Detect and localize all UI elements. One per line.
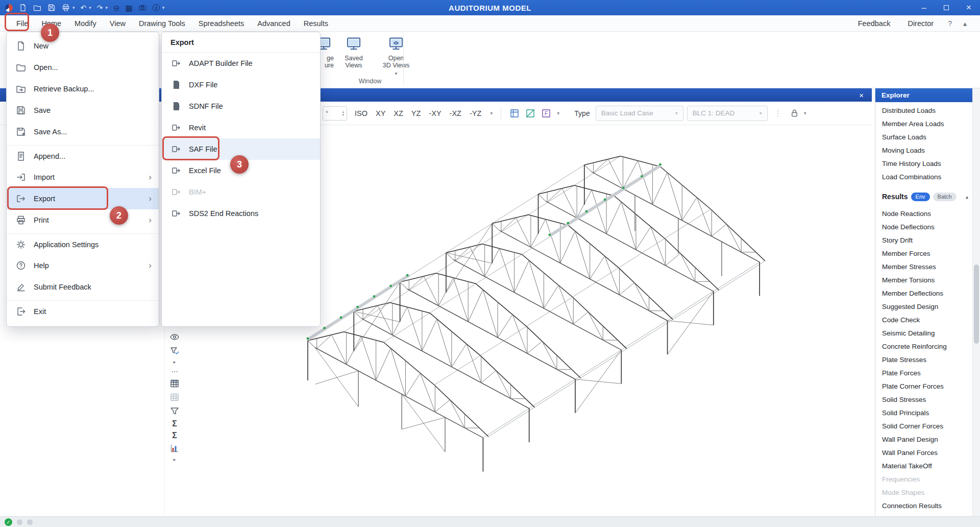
saved-views-button[interactable]: Saved Views (336, 34, 372, 69)
minimize-button[interactable]: ─ (913, 0, 935, 15)
camera-icon[interactable] (138, 4, 147, 12)
view-button[interactable]: ISO (351, 106, 372, 121)
display-options-3-icon[interactable]: F (540, 107, 552, 119)
file-menu-item[interactable]: Application Settings › (7, 233, 159, 255)
batch-toggle[interactable]: Batch (933, 193, 957, 201)
blc-select[interactable]: BLC 1: DEAD ▾ (687, 106, 768, 121)
save-icon[interactable] (47, 4, 56, 12)
maximize-button[interactable] (935, 0, 958, 15)
ribbon-collapse-icon[interactable]: ▴ (960, 19, 970, 28)
explorer-result-item[interactable]: Solid Principals (875, 406, 972, 420)
app-logo-icon[interactable] (5, 4, 13, 12)
redo-caret-icon[interactable]: ▾ (106, 5, 108, 10)
open-3d-views-button[interactable]: Open 3D Views ▾ (376, 34, 416, 76)
view-button[interactable]: -XY (425, 106, 445, 121)
feedback-menu-item[interactable]: Feedback (852, 17, 897, 30)
file-menu-item[interactable]: Save As... › (7, 121, 159, 142)
views-caret-icon[interactable]: ▾ (489, 110, 494, 116)
scrollbar-thumb[interactable] (974, 265, 979, 344)
export-submenu-item[interactable]: SDNF SDNF File (162, 95, 320, 117)
quickbar-caret-icon[interactable]: ▾ (162, 5, 165, 10)
explorer-result-item[interactable]: Solid Corner Forces (875, 420, 972, 433)
explorer-item[interactable]: Distributed Loads (875, 104, 972, 117)
explorer-result-item[interactable]: Plate Corner Forces (875, 380, 972, 393)
export-submenu-item[interactable]: SDS2 End Reactions (162, 203, 320, 224)
explorer-result-item[interactable]: Plate Stresses (875, 353, 972, 367)
explorer-result-item[interactable]: Node Reactions (875, 207, 972, 221)
info-icon[interactable]: i (153, 4, 160, 11)
results-section-header[interactable]: Results Env Batch ▴ (875, 189, 972, 204)
export-submenu-item[interactable]: ADAPT Builder File (162, 53, 320, 74)
explorer-result-item[interactable]: Concrete Reinforcing (875, 340, 972, 353)
menu-item[interactable]: Spreadsheets (192, 17, 250, 30)
print-caret-icon[interactable]: ▾ (72, 5, 75, 10)
explorer-result-item[interactable]: Member Forces (875, 247, 972, 260)
file-menu-item[interactable]: Import › (7, 166, 159, 188)
clipped-ribbon-button[interactable]: ge ure (321, 34, 334, 69)
explorer-result-item[interactable]: Material TakeOff (875, 460, 972, 473)
file-menu-item[interactable]: Retrieve Backup... › (7, 78, 159, 100)
file-menu-item[interactable]: Submit Feedback › (7, 276, 159, 298)
explorer-scrollbar[interactable] (972, 88, 980, 516)
menu-item[interactable]: Modify (68, 17, 103, 30)
explorer-item[interactable]: Moving Loads (875, 144, 972, 157)
explorer-result-item[interactable]: Plate Forces (875, 367, 972, 380)
explorer-result-item[interactable]: Seismic Detailing (875, 327, 972, 340)
display-caret-icon[interactable]: ▾ (556, 110, 560, 116)
file-menu-item[interactable]: Export › (7, 188, 159, 209)
explorer-result-item[interactable]: Node Deflections (875, 221, 972, 234)
explorer-result-item[interactable]: Wall Panel Forces (875, 446, 972, 460)
file-menu-item[interactable]: Open... › (7, 57, 159, 78)
display-options-1-icon[interactable] (508, 107, 521, 119)
rotation-spinner[interactable]: ° ▴ ▾ (323, 106, 347, 121)
explorer-result-item[interactable]: Mode Shapes (875, 486, 972, 499)
explorer-item[interactable]: Surface Loads (875, 131, 972, 144)
eraser-icon[interactable]: ⊖ (113, 4, 120, 12)
file-menu-item[interactable]: Exit › (7, 300, 159, 322)
export-submenu-item[interactable]: DXF DXF File (162, 74, 320, 95)
view-button[interactable]: YZ (407, 106, 425, 121)
explorer-result-item[interactable]: Connection Results (875, 499, 972, 513)
file-menu-item[interactable]: Save › (7, 100, 159, 121)
explorer-item[interactable]: Member Area Loads (875, 117, 972, 131)
explorer-result-item[interactable]: Solid Stresses (875, 393, 972, 406)
calculator-icon[interactable]: ▦ (126, 4, 133, 12)
director-menu-item[interactable]: Director (901, 17, 940, 30)
menu-item[interactable]: Drawing Tools (133, 17, 191, 30)
results-collapse-icon[interactable]: ▴ (966, 194, 968, 200)
load-case-select[interactable]: Basic Load Case ▾ (596, 106, 683, 121)
undo-caret-icon[interactable]: ▾ (89, 5, 91, 10)
view-button[interactable]: -XZ (446, 106, 465, 121)
explorer-item[interactable]: Load Combinations (875, 171, 972, 184)
menu-item[interactable]: File (10, 17, 34, 30)
help-icon[interactable]: ? (945, 19, 955, 28)
file-menu-item[interactable]: Help › (7, 255, 159, 276)
menu-item[interactable]: Advanced (251, 17, 297, 30)
redo-icon[interactable]: ↷ (97, 4, 103, 11)
explorer-result-item[interactable]: Member Deflections (875, 287, 972, 300)
file-menu-item[interactable]: New › (7, 35, 159, 57)
explorer-result-item[interactable]: Member Stresses (875, 260, 972, 274)
display-options-2-icon[interactable] (524, 107, 536, 119)
env-toggle[interactable]: Env (911, 193, 930, 201)
view-button[interactable]: XZ (389, 106, 407, 121)
undo-icon[interactable]: ↶ (81, 4, 87, 11)
explorer-result-item[interactable]: Code Check (875, 314, 972, 327)
explorer-result-item[interactable]: Suggested Design (875, 300, 972, 314)
explorer-item[interactable]: Time History Loads (875, 157, 972, 171)
file-menu-item[interactable]: Print › (7, 209, 159, 231)
explorer-result-item[interactable]: Frequencies (875, 473, 972, 486)
open-folder-icon[interactable] (33, 4, 41, 12)
print-icon[interactable] (61, 4, 70, 12)
new-file-icon[interactable] (18, 4, 27, 12)
explorer-result-item[interactable]: Member Torsions (875, 274, 972, 287)
export-submenu-item[interactable]: BIM+ (162, 181, 320, 203)
menu-item[interactable]: Results (298, 17, 334, 30)
view-button[interactable]: XY (372, 106, 389, 121)
model-window-close-icon[interactable]: × (859, 91, 872, 100)
close-button[interactable]: × (958, 0, 980, 15)
explorer-result-item[interactable]: Wall Panel Design (875, 433, 972, 446)
view-button[interactable]: -YZ (465, 106, 485, 121)
explorer-result-item[interactable]: Story Drift (875, 234, 972, 247)
spin-down-icon[interactable]: ▾ (342, 113, 344, 116)
